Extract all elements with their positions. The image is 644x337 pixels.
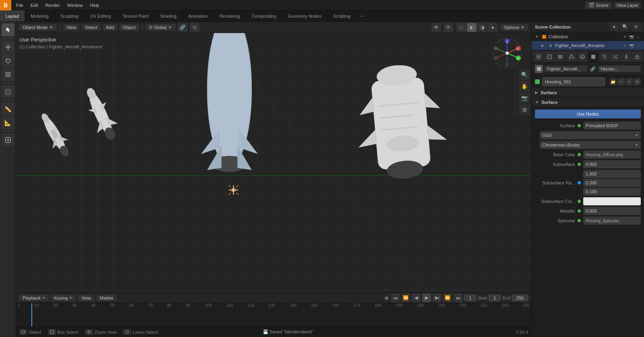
props-tab-render[interactable] [533, 52, 543, 62]
surface-type-value[interactable]: Principled BSDF [583, 122, 641, 130]
props-tab-particles[interactable] [610, 52, 620, 62]
rotate-tool-btn[interactable] [2, 54, 14, 67]
preview-section-header[interactable]: ▶ Surface [532, 88, 644, 97]
props-tab-world[interactable] [577, 52, 587, 62]
tab-sculpting[interactable]: Sculpting [55, 10, 85, 21]
next-keyframe-btn[interactable]: ⏩ [443, 294, 452, 302]
transform-pivot[interactable]: ⊙ Global ▼ [146, 24, 175, 31]
measure-btn[interactable]: 📐 [2, 116, 14, 129]
subsurface-r2[interactable]: 0.200 [583, 179, 641, 187]
orthographic-toggle[interactable]: ⊞ [519, 104, 530, 115]
specular-value[interactable]: Housing_Specular... [583, 217, 641, 225]
pan-btn[interactable]: ✋ [519, 81, 530, 91]
tab-animation[interactable]: Animation [183, 10, 214, 21]
props-tab-constraints[interactable] [632, 52, 642, 62]
props-tab-scene[interactable] [566, 52, 576, 62]
object-menu[interactable]: Object [120, 24, 139, 31]
scale-tool-btn[interactable] [2, 68, 14, 81]
subsurface-value[interactable]: 0.000 [583, 160, 641, 168]
collection-restrict-icon[interactable]: □ [635, 34, 641, 39]
scene-name[interactable]: Scene [596, 3, 609, 8]
tab-modeling[interactable]: Modeling [25, 10, 55, 21]
object-name-field[interactable]: Fighter_Aircraft... [545, 66, 587, 72]
cursor-tool-btn[interactable] [2, 23, 14, 36]
use-nodes-button[interactable]: Use Nodes [535, 110, 641, 118]
add-menu[interactable]: Add [103, 24, 118, 31]
mode-selector[interactable]: Object Mode ▼ [19, 24, 56, 31]
view-menu-tl[interactable]: View [78, 295, 94, 301]
render-mode[interactable]: ● [488, 23, 497, 32]
metallic-value[interactable]: 0.000 [583, 207, 641, 215]
annotate-btn[interactable]: ✏️ [2, 103, 14, 116]
view-layer-name[interactable]: View Layer [617, 3, 638, 8]
current-frame-input[interactable] [464, 295, 476, 301]
timeline-track[interactable]: 1 10 20 30 40 50 60 70 80 90 100 110 120… [16, 303, 531, 327]
prev-frame-btn[interactable]: ◀ [412, 294, 421, 302]
base-color-value[interactable]: Housing_Diffuse.png [583, 151, 641, 159]
collection-vis-icon[interactable]: 👁 [622, 34, 628, 39]
mat-new-btn[interactable]: + [617, 78, 625, 85]
options-btn[interactable]: Options ▼ [501, 24, 528, 31]
wireframe-mode[interactable]: □ [456, 23, 466, 32]
menu-render[interactable]: Render [42, 2, 63, 9]
subsurface-r1[interactable]: 1.000 [583, 170, 641, 178]
outliner-item-collection[interactable]: ▼ Collection 👁 📷 □ [532, 32, 644, 41]
material-mode[interactable]: ◑ [477, 23, 487, 32]
move-tool-btn[interactable] [2, 41, 14, 54]
menu-window[interactable]: Window [64, 2, 86, 9]
snap-toggle[interactable]: 🔗 [178, 23, 188, 32]
collection-render-icon[interactable]: 📷 [629, 34, 634, 39]
jump-end-btn[interactable]: ⏭ [454, 294, 462, 302]
props-tab-output[interactable] [544, 52, 554, 62]
props-tab-view-layer[interactable] [555, 52, 566, 62]
tab-scripting[interactable]: Scripting [327, 10, 356, 21]
props-tab-physics[interactable] [621, 52, 631, 62]
camera-view-btn[interactable]: 📷 [519, 93, 530, 103]
playback-menu[interactable]: Playback ▼ [19, 295, 49, 301]
mat-browse-btn[interactable]: 📁 [609, 78, 617, 85]
tab-texture-paint[interactable]: Texture Paint [117, 10, 155, 21]
add-workspace-tab[interactable]: + [356, 10, 367, 21]
next-frame-btn[interactable]: ▶| [433, 294, 442, 302]
outliner-item-fighter[interactable]: ▶ Fighter_Aircraft_Armame 👁 📷 □ [532, 41, 644, 50]
surface-section-header[interactable]: ▼ Surface [532, 97, 644, 107]
select-menu[interactable]: Select [82, 24, 101, 31]
menu-edit[interactable]: Edit [27, 2, 41, 9]
tab-geometry-nodes[interactable]: Geometry Nodes [282, 10, 327, 21]
overlay-toggle[interactable]: 👁 [431, 23, 441, 32]
jump-start-btn[interactable]: ⏮ [391, 294, 400, 302]
fighter-render-icon[interactable]: 📷 [629, 43, 634, 48]
gizmo-toggle[interactable]: ⟳ [444, 23, 453, 32]
menu-help[interactable]: Help [87, 2, 103, 9]
outliner-search-btn[interactable]: 🔍 [620, 23, 630, 31]
tab-uv-editing[interactable]: UV Editing [85, 10, 117, 21]
tab-rendering[interactable]: Rendering [214, 10, 246, 21]
keying-menu[interactable]: Keying ▼ [51, 295, 76, 301]
view-menu[interactable]: View [63, 24, 79, 31]
mat-settings-btn[interactable]: ⚙ [634, 78, 641, 85]
subsurface-color-picker[interactable] [583, 197, 641, 205]
fighter-restrict-icon[interactable]: □ [635, 43, 641, 48]
tab-layout[interactable]: Layout [0, 10, 25, 21]
prev-keyframe-btn[interactable]: ⏪ [401, 294, 410, 302]
multiscatter-dropdown[interactable]: Christensen-Burley ▼ [540, 141, 641, 149]
tab-shading[interactable]: Shading [155, 10, 182, 21]
proportional-edit[interactable]: ⊙ [190, 23, 200, 32]
3d-viewport[interactable]: User Perspective (1) Collection | Fighte… [16, 33, 531, 292]
link-icon[interactable]: 🔗 [589, 65, 597, 73]
end-frame-input[interactable] [512, 295, 528, 301]
play-btn[interactable]: ▶ [422, 294, 431, 302]
add-obj-btn[interactable] [2, 134, 14, 147]
marker-menu[interactable]: Marker [97, 295, 117, 301]
solid-mode[interactable]: ◐ [467, 23, 477, 32]
fighter-vis-icon[interactable]: 👁 [622, 43, 628, 48]
menu-file[interactable]: File [13, 2, 27, 9]
transform-tool-btn[interactable] [2, 85, 14, 98]
distribution-dropdown[interactable]: GGX ▼ [540, 131, 641, 139]
outliner-filter-btn[interactable]: ▼ [609, 23, 619, 31]
material-name-input[interactable] [542, 77, 605, 86]
tab-compositing[interactable]: Compositing [246, 10, 282, 21]
mat-delete-btn[interactable]: × [625, 78, 633, 85]
props-tab-object[interactable] [588, 52, 598, 62]
outliner-settings-btn[interactable]: ⚙ [631, 23, 641, 31]
